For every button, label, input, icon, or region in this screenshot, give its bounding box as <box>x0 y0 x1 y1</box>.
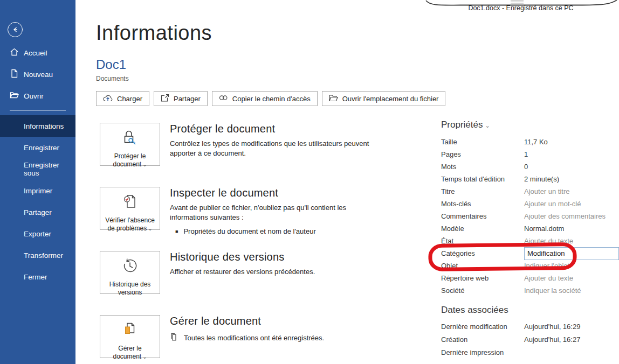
share-button[interactable]: Partager <box>154 91 208 106</box>
date-value: Aujourd'hui, 16:27 <box>524 335 580 344</box>
sidebar-item-nouveau[interactable]: Nouveau <box>0 64 75 85</box>
grip-handle-icon <box>511 1 524 3</box>
property-row: SociétéIndiquer la société <box>441 284 619 297</box>
sidebar-item-ouvrir[interactable]: Ouvrir <box>0 85 75 107</box>
property-row: ÉtatAjouter du texte <box>441 235 619 247</box>
property-row: CommentairesAjouter des commentaires <box>441 210 619 222</box>
sidebar-item-fermer[interactable]: Fermer <box>0 266 75 288</box>
sidebar-item-label: Ouvrir <box>24 92 44 100</box>
document-check-icon <box>120 192 140 214</box>
property-value: 1 <box>524 150 528 158</box>
upload-button[interactable]: Charger <box>96 91 149 106</box>
protect-document-button[interactable]: Protéger le document⌄ <box>100 123 160 166</box>
sidebar-item-label: Enregistrer sous <box>24 161 75 177</box>
property-row: ObjetIndiquer l'objet <box>441 260 619 272</box>
section-note: Toutes les modifications ont été enregis… <box>170 333 423 343</box>
section-inspect: Vérifier l'absence de problèmes⌄ Inspect… <box>100 187 434 251</box>
property-placeholder[interactable]: Indiquer l'objet <box>524 262 569 270</box>
section-title: Historique des versions <box>170 251 423 263</box>
property-row: Taille11,7 Ko <box>441 136 619 148</box>
property-placeholder[interactable]: Ajouter des commentaires <box>524 212 606 220</box>
section-body: Inspecter le document Avant de publier c… <box>170 187 423 236</box>
sidebar-item-enregistrer-sous[interactable]: Enregistrer sous <box>0 158 75 180</box>
sidebar-item-enregistrer[interactable]: Enregistrer <box>0 137 75 158</box>
sidebar-item-exporter[interactable]: Exporter <box>0 223 75 244</box>
section-body: Protéger le document Contrôlez les types… <box>170 123 423 158</box>
card-label: Vérifier l'absence de problèmes⌄ <box>103 216 157 233</box>
section-body: Historique des versions Afficher et rest… <box>170 251 423 277</box>
sidebar-item-imprimer[interactable]: Imprimer <box>0 180 75 201</box>
document-name: Doc1 <box>96 57 126 72</box>
property-placeholder[interactable]: Ajouter du texte <box>524 237 573 245</box>
sidebar-item-label: Exporter <box>24 230 51 238</box>
property-placeholder[interactable]: Ajouter un titre <box>524 187 570 195</box>
date-value: Aujourd'hui, 16:29 <box>524 323 580 331</box>
home-icon <box>10 47 19 58</box>
categories-input[interactable] <box>524 247 619 260</box>
property-value: Normal.dotm <box>524 225 564 233</box>
window-title: Doc1.docx - Enregistré dans ce PC <box>423 4 619 12</box>
sidebar-item-informations[interactable]: Informations <box>0 115 75 137</box>
sidebar-item-label: Informations <box>24 122 64 130</box>
date-row: Dernière modificationAujourd'hui, 16:29 <box>441 320 619 333</box>
section-body: Gérer le document Toutes les modificatio… <box>170 315 423 343</box>
sidebar-item-label: Nouveau <box>24 71 53 79</box>
sidebar-top-nav: Accueil Nouveau Ouvrir <box>0 42 75 107</box>
property-row: Mots-clésAjouter un mot-clé <box>441 198 619 210</box>
check-for-issues-button[interactable]: Vérifier l'absence de problèmes⌄ <box>100 187 160 230</box>
property-placeholder[interactable]: Ajouter du texte <box>524 274 573 282</box>
bullet-icon: ■ <box>175 227 178 236</box>
sidebar-item-label: Accueil <box>24 49 47 57</box>
copy-path-button[interactable]: Copier le chemin d'accès <box>212 91 318 106</box>
open-file-location-button[interactable]: Ouvrir l'emplacement du fichier <box>322 91 446 106</box>
property-placeholder[interactable]: Indiquer la société <box>524 286 581 295</box>
manage-document-icon <box>120 320 140 342</box>
date-row: CréationAujourd'hui, 16:27 <box>441 333 619 346</box>
related-dates-list: Dernière modificationAujourd'hui, 16:29 … <box>441 320 619 359</box>
sidebar-menu: Informations Enregistrer Enregistrer sou… <box>0 115 75 288</box>
property-value: 0 <box>524 163 528 171</box>
sidebar-item-transformer[interactable]: Transformer <box>0 244 75 266</box>
card-label: Gérer le document⌄ <box>103 345 157 361</box>
properties-header[interactable]: Propriétés⌄ <box>441 120 490 130</box>
cloud-upload-icon <box>103 94 113 103</box>
sidebar-item-label: Enregistrer <box>24 144 59 152</box>
button-label: Partager <box>174 95 201 103</box>
section-description: Afficher et restaurer des versions précé… <box>170 267 381 277</box>
chevron-down-icon: ⌄ <box>485 122 490 129</box>
sidebar-item-partager[interactable]: Partager <box>0 201 75 223</box>
property-row: TitreAjouter un titre <box>441 185 619 198</box>
section-history: Historique des versions Historique des v… <box>100 251 434 315</box>
property-row: Pages1 <box>441 148 619 160</box>
property-row-categories: Catégories <box>441 247 619 260</box>
version-history-button[interactable]: Historique des versions <box>100 251 160 294</box>
property-placeholder[interactable]: Ajouter un mot-clé <box>524 200 581 208</box>
link-icon <box>219 94 228 103</box>
document-location: Documents <box>96 75 129 82</box>
sidebar-item-label: Transformer <box>24 251 63 260</box>
section-description: Contrôlez les types de modifications que… <box>170 139 381 158</box>
date-row: Dernière impression <box>441 346 619 359</box>
sidebar-item-label: Fermer <box>24 273 47 281</box>
section-manage: Gérer le document⌄ Gérer le document Tou… <box>100 315 434 364</box>
sidebar-item-accueil[interactable]: Accueil <box>0 42 75 64</box>
property-value: 2 minute(s) <box>524 175 559 183</box>
button-label: Charger <box>117 95 142 103</box>
property-row: ModèleNormal.dotm <box>441 222 619 235</box>
backstage-sidebar: Accueil Nouveau Ouvrir Informations E <box>0 0 75 364</box>
section-title: Inspecter le document <box>170 187 423 199</box>
folder-icon <box>329 94 338 103</box>
property-row: Répertoire webAjouter du texte <box>441 272 619 284</box>
word-backstage-info: Accueil Nouveau Ouvrir Informations E <box>0 0 619 364</box>
back-arrow-icon <box>11 26 19 33</box>
section-bullet-item: ■ Propriétés du document et nom de l'aut… <box>170 227 423 236</box>
back-button[interactable] <box>8 22 23 37</box>
manage-document-button[interactable]: Gérer le document⌄ <box>100 315 160 358</box>
new-document-icon <box>10 69 19 80</box>
section-title: Gérer le document <box>170 315 423 327</box>
dropdown-chevron-icon: ⌄ <box>142 354 147 360</box>
sidebar-divider <box>10 110 66 111</box>
pages-icon <box>170 333 178 343</box>
button-label: Copier le chemin d'accès <box>232 95 311 103</box>
property-row: Temps total d'édition2 minute(s) <box>441 173 619 185</box>
